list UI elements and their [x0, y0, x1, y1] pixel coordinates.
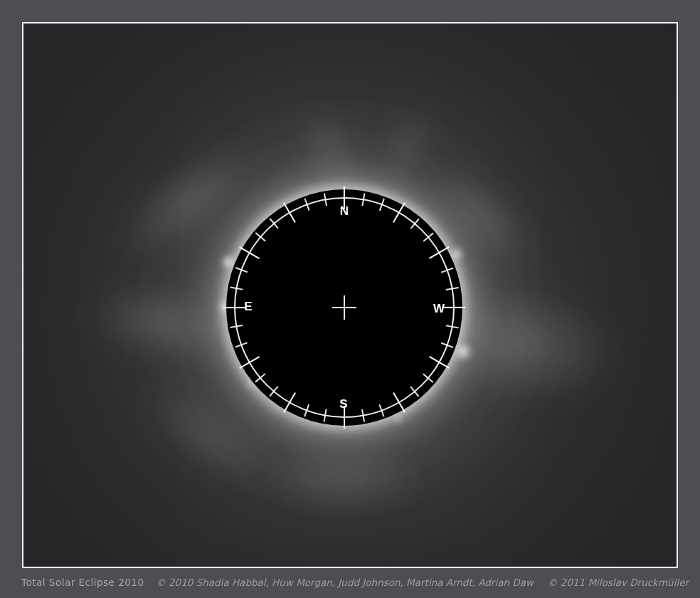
- caption-bar: Total Solar Eclipse 2010 © 2010 Shadia H…: [21, 568, 689, 597]
- compass-label-east: E: [244, 300, 252, 314]
- corona-streamer-south: [223, 429, 465, 529]
- copyright-block: © 2010 Shadia Habbal, Huw Morgan, Judd J…: [156, 577, 689, 588]
- photo-title: Total Solar Eclipse 2010: [21, 577, 144, 588]
- center-cross-vertical: [344, 295, 345, 320]
- copyright-authors: © 2010 Shadia Habbal, Huw Morgan, Judd J…: [156, 577, 534, 588]
- page-background: N E S W Total Solar Eclipse 2010 © 2010 …: [0, 0, 700, 598]
- compass-label-west: W: [433, 302, 445, 316]
- eclipse-photo: N E S W: [22, 22, 678, 568]
- compass-label-north: N: [340, 204, 349, 219]
- compass-label-south: S: [339, 397, 347, 411]
- compass-major-tick: [442, 307, 465, 308]
- compass-major-tick: [223, 307, 246, 308]
- copyright-processing: © 2011 Miloslav Druckmüller: [548, 577, 689, 588]
